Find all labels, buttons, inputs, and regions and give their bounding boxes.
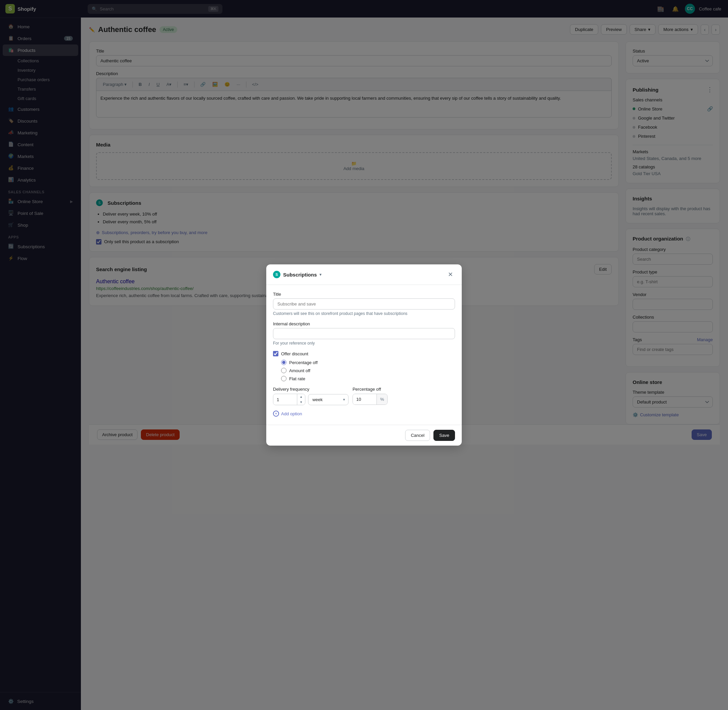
modal-internal-desc-label: Internal description: [273, 321, 455, 326]
delivery-freq-wrap: Delivery frequency ▲ ▼ day: [273, 387, 349, 405]
percent-symbol: %: [377, 394, 388, 405]
modal-cancel-button[interactable]: Cancel: [405, 430, 430, 441]
delivery-freq-number[interactable]: [274, 395, 297, 405]
percentage-off-field-label: Percentage off: [353, 387, 388, 392]
delivery-freq-number-input: ▲ ▼: [273, 394, 305, 405]
modal-overlay[interactable]: S Subscriptions ▾ ✕ Title Customers will…: [0, 0, 728, 710]
amount-off-label: Amount off: [289, 368, 310, 373]
add-option-label: Add option: [281, 411, 302, 416]
modal-header: S Subscriptions ▾ ✕: [266, 264, 462, 285]
modal-title-chevron-icon: ▾: [319, 273, 322, 277]
amount-off-option: Amount off: [281, 368, 455, 373]
flat-rate-label: Flat rate: [289, 376, 305, 381]
percentage-off-radio[interactable]: [281, 360, 287, 365]
flat-rate-radio[interactable]: [281, 376, 287, 381]
modal-save-button[interactable]: Save: [434, 430, 455, 441]
add-option-button[interactable]: + Add option: [273, 409, 302, 418]
percentage-off-input-wrap: %: [353, 394, 388, 405]
delivery-freq-label: Delivery frequency: [273, 387, 349, 392]
modal-title: S Subscriptions ▾: [273, 271, 322, 278]
flat-rate-option: Flat rate: [281, 376, 455, 381]
modal-title-input[interactable]: [273, 298, 455, 310]
offer-discount-option: Offer discount: [273, 351, 455, 356]
percentage-off-input[interactable]: [353, 394, 377, 405]
modal-close-button[interactable]: ✕: [446, 270, 455, 279]
modal-internal-desc-hint: For your reference only: [273, 341, 455, 346]
delivery-freq-unit-select[interactable]: day week month year: [308, 394, 349, 405]
delivery-freq-unit-wrap: day week month year: [308, 394, 349, 405]
modal-footer: Cancel Save: [266, 425, 462, 446]
modal-internal-desc-input[interactable]: [273, 328, 455, 339]
amount-off-radio[interactable]: [281, 368, 287, 373]
number-spinners: ▲ ▼: [297, 394, 305, 405]
offer-discount-checkbox[interactable]: [273, 351, 278, 356]
percentage-off-wrap: Percentage off %: [353, 387, 388, 405]
modal-title-label: Title: [273, 292, 455, 297]
modal-internal-desc-field: Internal description For your reference …: [273, 321, 455, 346]
offer-discount-label: Offer discount: [281, 351, 308, 356]
subscriptions-modal: S Subscriptions ▾ ✕ Title Customers will…: [266, 264, 462, 446]
modal-body: Title Customers will see this on storefr…: [266, 285, 462, 425]
modal-icon-letter: S: [275, 273, 278, 277]
modal-title-field: Title Customers will see this on storefr…: [273, 292, 455, 316]
increment-button[interactable]: ▲: [297, 394, 305, 399]
percentage-off-option: Percentage off: [281, 360, 455, 365]
modal-title-hint: Customers will see this on storefront pr…: [273, 311, 455, 316]
decrement-button[interactable]: ▼: [297, 399, 305, 405]
add-option-icon: +: [273, 411, 279, 417]
percentage-off-label: Percentage off: [289, 360, 318, 365]
modal-title-text: Subscriptions: [283, 272, 317, 277]
modal-title-icon: S: [273, 271, 280, 278]
delivery-frequency-row: Delivery frequency ▲ ▼ day: [273, 387, 455, 405]
